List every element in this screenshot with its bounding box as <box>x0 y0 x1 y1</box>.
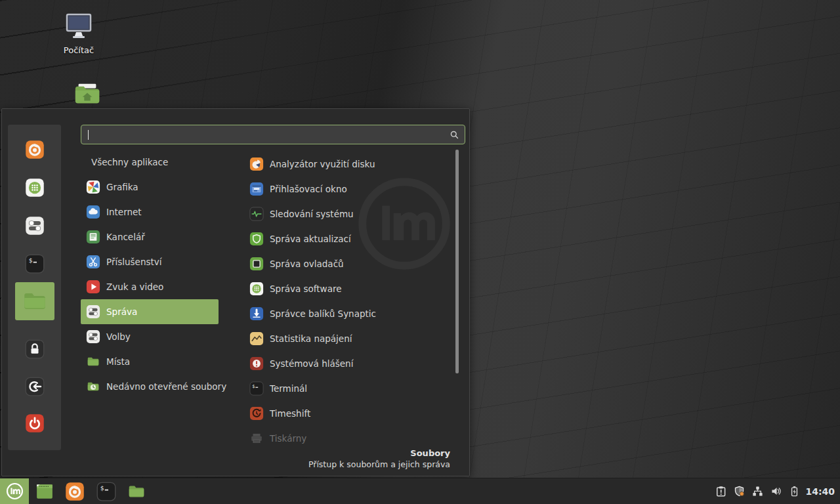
home-folder-desktop-icon[interactable] <box>64 80 111 110</box>
svg-text:$: $ <box>28 257 32 264</box>
computer-desktop-icon[interactable]: Počítač <box>55 12 102 55</box>
login-window-icon <box>249 182 264 196</box>
category-label: Nedávno otevřené soubory <box>106 381 226 392</box>
update-manager-icon <box>249 232 264 246</box>
logout-icon <box>25 377 45 396</box>
quick-launchers: $ <box>29 482 146 501</box>
home-folder-icon <box>72 80 102 110</box>
application-row[interactable]: Analyzátor využití disku <box>234 152 453 177</box>
category-label: Grafika <box>106 182 138 192</box>
application-label: Sledování systému <box>270 209 354 219</box>
category-row[interactable]: Místa <box>81 349 219 374</box>
firefox-icon <box>25 140 45 159</box>
search-icon <box>450 130 459 140</box>
launcher-show-desktop-button[interactable] <box>35 482 54 501</box>
battery-tray-icon[interactable] <box>789 486 800 497</box>
category-row[interactable]: Nedávno otevřené soubory <box>81 374 219 399</box>
category-row[interactable]: Zvuk a video <box>81 274 219 299</box>
application-row[interactable]: Přihlašovací okno <box>234 177 453 201</box>
application-row[interactable]: $Terminál <box>234 376 453 401</box>
category-row[interactable]: Příslušenství <box>81 249 219 274</box>
search-input[interactable] <box>81 125 465 144</box>
disk-usage-analyzer-icon <box>249 157 264 171</box>
recent-files-category-icon <box>86 379 100 394</box>
terminal-icon: $ <box>25 254 45 274</box>
system-reports-tray-icon[interactable] <box>715 486 726 497</box>
category-label: Kancelář <box>106 232 145 242</box>
application-label: Tiskárny <box>270 433 306 444</box>
launcher-files-button[interactable] <box>127 482 146 501</box>
selection-description: Přístup k souborům a jejich správa <box>308 459 450 469</box>
volume-tray-icon[interactable] <box>770 486 782 497</box>
category-label: Správa <box>106 306 137 317</box>
application-label: Přihlašovací okno <box>270 184 347 194</box>
sidebar-system-settings-button[interactable] <box>8 216 61 236</box>
places-category-icon <box>86 354 100 369</box>
panel-clock[interactable]: 14:40 <box>805 486 835 497</box>
sidebar-firefox-button[interactable] <box>8 140 61 159</box>
printers-icon <box>249 431 264 446</box>
terminal-icon: $ <box>96 482 116 501</box>
system-monitor-icon <box>249 207 264 221</box>
mint-menu: $ Všechny aplikaceGrafikaInternetKancelá… <box>1 108 470 476</box>
system-reports-icon <box>249 356 264 371</box>
launcher-terminal-button[interactable]: $ <box>96 482 116 501</box>
sidebar-logout-button[interactable] <box>8 377 61 396</box>
application-row[interactable]: Správa aktualizací <box>234 226 453 251</box>
app-list-scrollbar[interactable] <box>455 150 459 373</box>
application-row[interactable]: Systémová hlášení <box>234 351 453 376</box>
application-row[interactable]: Správce balíků Synaptic <box>234 301 453 326</box>
category-label: Všechny aplikace <box>91 157 168 167</box>
application-row[interactable]: Timeshift <box>234 401 453 426</box>
application-label: Terminál <box>270 383 307 394</box>
launcher-firefox-button[interactable] <box>65 482 85 501</box>
system-tray <box>715 486 800 497</box>
timeshift-icon <box>249 406 264 421</box>
category-row[interactable]: Všechny aplikace <box>81 150 219 175</box>
preferences-category-icon <box>86 329 100 344</box>
category-row[interactable]: Internet <box>81 200 219 224</box>
application-row[interactable]: Sledování systému <box>234 201 453 226</box>
application-label: Správce balíků Synaptic <box>270 308 376 319</box>
sound-video-category-icon <box>86 280 100 294</box>
computer-monitor-icon <box>63 12 94 43</box>
system-settings-icon <box>25 216 45 236</box>
sidebar-files-button[interactable] <box>15 282 54 320</box>
software-manager-icon <box>249 282 264 296</box>
terminal-icon: $ <box>249 381 264 396</box>
application-row[interactable]: Správa ovladačů <box>234 251 453 276</box>
update-shield-tray-icon[interactable] <box>734 486 745 497</box>
menu-sidebar: $ <box>8 125 61 450</box>
category-label: Volby <box>106 331 131 342</box>
network-tray-icon[interactable] <box>752 486 763 497</box>
internet-category-icon <box>86 205 100 219</box>
accessories-category-icon <box>86 255 100 269</box>
bottom-panel: $ 14:40 <box>0 478 840 504</box>
application-label: Analyzátor využití disku <box>270 159 375 169</box>
shutdown-icon <box>25 413 45 433</box>
administration-category-icon <box>86 304 100 319</box>
sidebar-software-manager-button[interactable] <box>8 178 61 198</box>
application-row[interactable]: Statistika napájení <box>234 326 453 351</box>
category-row[interactable]: Volby <box>81 324 219 349</box>
office-category-icon <box>86 230 100 244</box>
sidebar-shutdown-button[interactable] <box>8 413 61 433</box>
application-label: Statistika napájení <box>270 333 352 344</box>
category-label: Zvuk a video <box>106 282 163 292</box>
svg-text:$: $ <box>252 384 255 389</box>
selection-title: Soubory <box>308 448 450 458</box>
application-row[interactable]: Tiskárny <box>234 426 453 451</box>
sidebar-lock-screen-button[interactable] <box>8 339 61 359</box>
category-row[interactable]: Správa <box>81 299 219 324</box>
category-row[interactable]: Kancelář <box>81 224 219 249</box>
category-label: Místa <box>106 356 130 367</box>
application-row[interactable]: Správa software <box>234 276 453 301</box>
category-row[interactable]: Grafika <box>81 175 219 200</box>
category-label: Příslušenství <box>106 257 162 267</box>
svg-text:$: $ <box>100 484 104 492</box>
mint-menu-button[interactable] <box>0 478 29 504</box>
synaptic-icon <box>249 306 264 321</box>
text-cursor <box>88 130 89 140</box>
sidebar-terminal-button[interactable]: $ <box>8 254 61 274</box>
category-label: Internet <box>106 207 142 217</box>
